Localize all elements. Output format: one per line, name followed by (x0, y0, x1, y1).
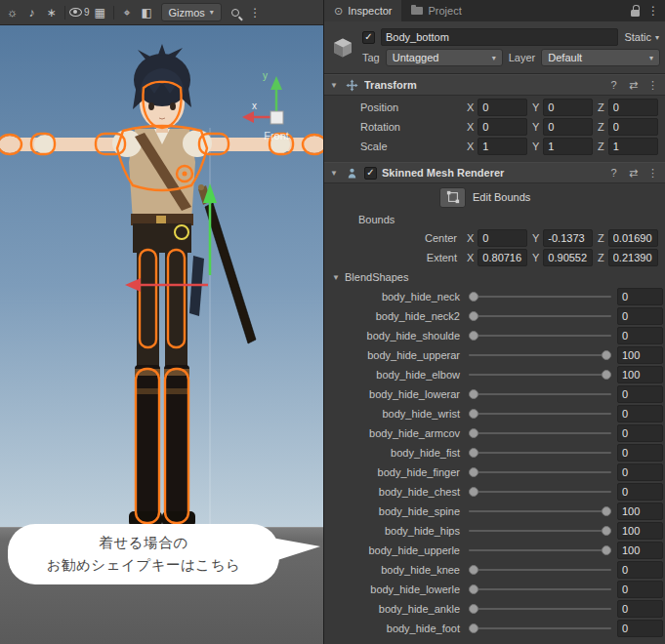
grid-toggle-button[interactable]: ▦ (91, 3, 109, 22)
rotation-x-field[interactable] (478, 118, 527, 136)
blendshapes-foldout[interactable]: ▼ BlendShapes (324, 267, 665, 287)
position-y-field[interactable] (543, 99, 593, 116)
blendshape-slider-handle[interactable] (469, 389, 478, 399)
scale-z-field[interactable] (608, 138, 658, 155)
shading-mode-button[interactable]: ◧ (138, 3, 156, 22)
blendshape-slider[interactable] (467, 619, 613, 638)
position-x-field[interactable] (478, 99, 527, 116)
layer-dropdown[interactable]: Default ▾ (541, 49, 660, 66)
bounds-extent-x-field[interactable] (478, 249, 527, 266)
blendshape-value-input[interactable] (617, 581, 663, 598)
scene-search-button[interactable] (227, 3, 245, 22)
blendshape-slider[interactable] (467, 580, 613, 599)
blendshape-slider-handle[interactable] (469, 448, 478, 458)
blendshape-value-input[interactable] (617, 444, 663, 462)
blendshape-slider-handle[interactable] (469, 565, 478, 575)
position-z-field[interactable] (608, 99, 658, 116)
axis-y-label[interactable]: y (263, 70, 268, 81)
blendshape-slider[interactable] (467, 599, 613, 619)
blendshape-slider[interactable] (467, 384, 613, 404)
bounds-center-y-field[interactable] (543, 229, 593, 247)
blendshape-value-input[interactable] (617, 405, 663, 423)
blendshape-slider[interactable] (467, 423, 613, 443)
blendshape-slider[interactable] (467, 502, 613, 521)
scene-menu-button[interactable]: ⋮ (246, 3, 265, 22)
tab-project[interactable]: Project (401, 0, 471, 21)
axis-x-label[interactable]: x (252, 101, 257, 111)
blendshape-slider-handle[interactable] (602, 506, 611, 516)
blendshape-value-input[interactable] (617, 463, 663, 481)
scene-audio-button[interactable]: ♪ (22, 3, 41, 22)
static-dropdown[interactable]: Static ▾ (624, 31, 660, 43)
rotation-y-field[interactable] (543, 118, 593, 136)
blendshape-slider-handle[interactable] (469, 604, 478, 614)
blendshape-slider[interactable] (467, 404, 613, 423)
blendshape-value-input[interactable] (617, 483, 663, 501)
transform-header[interactable]: ▼ Transform ? ⇄ ⋮ (324, 74, 665, 96)
scene-effects-button[interactable]: ∗ (42, 3, 61, 22)
gameobject-cube-icon[interactable] (329, 25, 356, 69)
blendshape-slider[interactable] (467, 463, 613, 482)
blendshape-slider[interactable] (467, 326, 613, 345)
help-icon[interactable]: ? (606, 79, 621, 91)
bounds-center-z-field[interactable] (608, 229, 658, 247)
blendshape-slider-handle[interactable] (602, 370, 611, 380)
bounds-extent-y-field[interactable] (543, 249, 593, 266)
blendshape-value-input[interactable] (617, 600, 663, 618)
blendshape-slider-handle[interactable] (602, 545, 611, 555)
snap-settings-button[interactable]: ⌖ (118, 3, 137, 22)
hidden-objects-button[interactable]: 9 (69, 3, 90, 22)
bounds-center-x-field[interactable] (478, 229, 527, 247)
blendshape-value-input[interactable] (617, 561, 663, 579)
blendshape-slider-handle[interactable] (469, 331, 478, 341)
active-checkbox[interactable]: ✓ (362, 31, 375, 44)
blendshape-slider-handle[interactable] (469, 584, 478, 594)
kebab-menu-icon[interactable]: ⋮ (647, 4, 659, 18)
presets-icon[interactable]: ⇄ (626, 79, 641, 92)
blendshape-slider[interactable] (467, 306, 613, 326)
blendshape-slider[interactable] (467, 287, 613, 306)
scene-lighting-button[interactable]: ☼ (3, 3, 21, 22)
foldout-icon[interactable]: ▼ (329, 81, 339, 90)
presets-icon[interactable]: ⇄ (626, 167, 641, 180)
blendshape-value-input[interactable] (617, 346, 663, 364)
skinned-mesh-renderer-header[interactable]: ▼ ✓ Skinned Mesh Renderer ? ⇄ ⋮ (324, 162, 665, 183)
blendshape-slider-handle[interactable] (469, 624, 478, 633)
lock-icon[interactable] (631, 10, 640, 17)
blendshape-slider-handle[interactable] (469, 428, 478, 438)
component-enabled-checkbox[interactable]: ✓ (364, 167, 377, 180)
blendshape-slider-handle[interactable] (469, 311, 478, 321)
blendshape-slider[interactable] (467, 521, 613, 541)
gameobject-name-field[interactable] (381, 28, 618, 46)
blendshape-value-input[interactable] (617, 288, 663, 305)
blendshape-slider[interactable] (467, 482, 613, 502)
scale-y-field[interactable] (543, 138, 593, 155)
blendshape-slider[interactable] (467, 560, 613, 580)
blendshape-slider[interactable] (467, 345, 613, 365)
tab-inspector[interactable]: ⊙ Inspector (324, 0, 401, 21)
blendshape-slider-handle[interactable] (469, 467, 478, 477)
kebab-menu-icon[interactable]: ⋮ (645, 167, 660, 180)
blendshape-value-input[interactable] (617, 327, 663, 344)
blendshape-slider-handle[interactable] (469, 292, 478, 302)
blendshape-value-input[interactable] (617, 542, 663, 559)
bounds-extent-z-field[interactable] (608, 249, 658, 266)
blendshape-value-input[interactable] (617, 366, 663, 383)
blendshape-slider-handle[interactable] (469, 409, 478, 419)
blendshape-slider-handle[interactable] (469, 487, 478, 497)
foldout-icon[interactable]: ▼ (329, 169, 339, 178)
blendshape-slider-handle[interactable] (602, 350, 611, 360)
tag-dropdown[interactable]: Untagged ▾ (386, 49, 503, 66)
blendshape-value-input[interactable] (617, 522, 663, 540)
blendshape-slider-handle[interactable] (602, 526, 611, 536)
blendshape-slider[interactable] (467, 541, 613, 560)
blendshape-value-input[interactable] (617, 385, 663, 403)
help-icon[interactable]: ? (606, 167, 621, 179)
scale-x-field[interactable] (478, 138, 527, 155)
blendshape-value-input[interactable] (617, 424, 663, 442)
gizmos-dropdown[interactable]: Gizmos ▾ (161, 3, 222, 21)
rotation-z-field[interactable] (608, 118, 658, 136)
blendshape-slider[interactable] (467, 365, 613, 384)
blendshape-value-input[interactable] (617, 307, 663, 325)
blendshape-value-input[interactable] (617, 620, 663, 637)
